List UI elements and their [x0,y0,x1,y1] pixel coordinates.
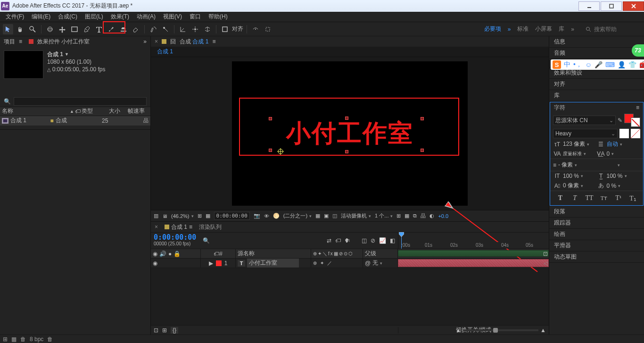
menu-file[interactable]: 文件(F) [2,12,28,22]
timeline-timecode[interactable]: 0:00:00:00 [154,234,196,241]
timeline-zoom-slider[interactable]: ▲ ▲ [455,327,546,334]
workspace-standard[interactable]: 标准 [517,25,528,33]
views-dropdown[interactable]: 1 个... [375,212,393,219]
stroke-color-swatch[interactable] [631,117,640,127]
vscale-value[interactable]: 100 % [563,173,583,179]
view-axis-tool[interactable] [202,24,213,34]
libraries-panel-header[interactable]: 库 [549,90,644,101]
frame-blend-icon[interactable]: ◫ [362,237,367,244]
smoother-panel-header[interactable]: 平滑器 [549,240,644,251]
eye-column-icon[interactable]: ◉ [153,251,157,257]
window-maximize-button[interactable] [601,1,622,11]
paint-panel-header[interactable]: 绘画 [549,229,644,240]
work-area-bar[interactable] [398,250,549,257]
snapshot-icon[interactable]: 📷 [254,213,260,219]
orbit-camera-tool[interactable] [45,24,55,34]
menu-window[interactable]: 窗口 [186,12,205,22]
shy-icon[interactable]: 🗣 [345,237,350,244]
project-search-input[interactable] [14,97,147,106]
col-size[interactable]: 大小 [109,107,128,115]
tracking-value[interactable]: 0 [607,151,614,157]
source-name-column[interactable]: 源名称 [238,250,255,258]
layer-visibility-toggle[interactable]: ◉ [153,260,157,267]
character-panel-title[interactable]: 字符 [554,104,565,112]
puppet-pin-tool[interactable] [160,24,171,34]
pen-tool[interactable] [82,24,92,34]
menu-edit[interactable]: 编辑(E) [28,12,54,22]
info-panel-header[interactable]: 信息 [549,36,644,48]
character-panel-menu-icon[interactable]: ≡ [636,104,639,111]
stroke-width-value[interactable]: - 像素 [558,161,615,169]
tsume-value[interactable]: 0 % [607,183,621,189]
tl-icon-2[interactable]: 🏷 [335,237,341,244]
menu-composition[interactable]: 合成(C) [54,12,81,22]
col-type[interactable]: 类型 [82,107,109,115]
ime-punct-icon[interactable]: •， [573,60,582,69]
small-caps-button[interactable]: Tᴛ [599,194,609,202]
time-ruler[interactable]: :00s 01s 02s 03s 04s 05s [398,242,549,249]
eraser-tool[interactable] [131,24,141,34]
col-name[interactable]: 名称 [2,107,44,115]
timeline-search-icon[interactable]: 🔍 [203,237,210,244]
label-column-icon[interactable]: 🏷 [214,251,219,257]
menu-animation[interactable]: 动画(A) [133,12,159,22]
show-snapshot-icon[interactable]: 👁 [264,213,269,219]
graph-editor-icon[interactable]: 📈 [379,237,386,244]
roto-brush-tool[interactable] [148,24,158,34]
paragraph-panel-header[interactable]: 段落 [549,206,644,218]
font-style-dropdown[interactable]: Heavy [553,129,618,138]
faux-italic-button[interactable]: T [570,194,579,202]
menu-view[interactable]: 视图(V) [159,12,186,22]
status-icon-4[interactable]: 🗑 [47,336,53,343]
world-axis-tool[interactable] [190,24,200,34]
menu-effect[interactable]: 效果(T) [107,12,133,22]
toggle-modes-icon[interactable]: ⊞ [162,327,167,334]
layer-name[interactable]: 小付工作室 [247,259,299,268]
help-search-input[interactable] [594,26,641,33]
all-caps-button[interactable]: TT [585,194,594,202]
channel-icon[interactable]: 🌕 [273,213,280,219]
floating-badge[interactable]: 73 [632,44,644,57]
superscript-button[interactable]: T¹ [614,194,623,202]
snap-rect-icon[interactable] [220,24,230,34]
snap-along-edges-icon[interactable] [250,24,261,34]
viewer-timecode[interactable]: 0:00:00:00 [214,212,250,220]
layer-color-chip[interactable] [216,260,222,266]
parent-pickwhip-icon[interactable]: @ [365,260,371,267]
window-close-button[interactable] [623,1,644,11]
baseline-value[interactable]: 0 像素 [563,182,583,190]
camera-dropdown[interactable]: 活动摄像机 [341,212,371,219]
num-column[interactable]: # [219,251,223,257]
switches-column[interactable]: ⊕✦＼fx▦⊘⊙⬡ [313,251,354,257]
zoom-tool[interactable] [27,24,38,34]
project-tab[interactable]: 项目 [4,38,15,46]
ime-toolbar[interactable]: S 中 •， ☺ 🎤 ⌨ 👤 👕 🧰 [551,59,644,70]
layer-expand-icon[interactable]: ▶ [209,260,213,267]
swap-colors-swatch[interactable] [619,129,629,138]
faux-bold-button[interactable]: T [555,194,565,202]
resolution-full-icon[interactable]: ⊞ [198,213,202,219]
eyedropper-icon[interactable]: ✎ [618,117,622,124]
tl-icon-1[interactable]: ⇄ [327,237,331,244]
stroke-style-dropdown[interactable] [617,163,640,167]
hscale-value[interactable]: 100 % [607,173,627,179]
parent-dropdown[interactable]: 无 [372,259,396,267]
brainstorm-icon[interactable]: ◧ [390,237,395,244]
pan-behind-tool[interactable] [57,24,67,34]
project-search-icon[interactable]: 🔍 [4,98,11,105]
status-icon-1[interactable]: ⊞ [3,336,8,343]
comp-thumbnail[interactable] [4,50,43,79]
audio-column-icon[interactable]: 🔊 [159,251,166,257]
zoom-dropdown[interactable]: (46.2%) [171,213,194,219]
ime-lang[interactable]: 中 [564,60,570,69]
selection-tool[interactable] [3,24,13,34]
project-row-comp1[interactable]: 合成 1 ■ 合成 25 品 [0,116,150,125]
resolution-dropdown[interactable]: (二分之一) [283,212,312,219]
region-of-interest-icon[interactable]: ▥ [154,213,158,219]
window-minimize-button[interactable] [578,1,600,11]
font-size-value[interactable]: 123 像素 [563,140,589,148]
ime-skin-icon[interactable]: 👕 [628,61,636,68]
status-icon-3[interactable]: 🗑 [20,336,26,343]
layer-duration-bar[interactable] [398,259,549,267]
tracker-panel-header[interactable]: 跟踪器 [549,218,644,229]
